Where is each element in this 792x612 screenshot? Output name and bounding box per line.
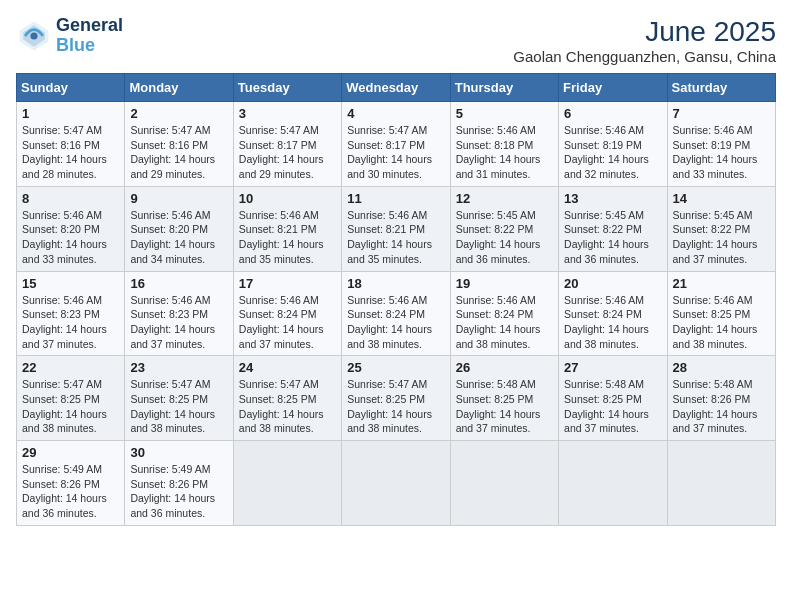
day-info: Sunrise: 5:49 AM Sunset: 8:26 PM Dayligh… xyxy=(130,462,227,521)
day-info: Sunrise: 5:46 AM Sunset: 8:21 PM Dayligh… xyxy=(347,208,444,267)
calendar-cell: 3Sunrise: 5:47 AM Sunset: 8:17 PM Daylig… xyxy=(233,102,341,187)
day-number: 25 xyxy=(347,360,444,375)
header: GeneralBlue June 2025 Gaolan Chengguanzh… xyxy=(16,16,776,65)
svg-point-2 xyxy=(30,32,37,39)
calendar-cell: 23Sunrise: 5:47 AM Sunset: 8:25 PM Dayli… xyxy=(125,356,233,441)
day-info: Sunrise: 5:46 AM Sunset: 8:21 PM Dayligh… xyxy=(239,208,336,267)
day-info: Sunrise: 5:47 AM Sunset: 8:25 PM Dayligh… xyxy=(130,377,227,436)
day-info: Sunrise: 5:47 AM Sunset: 8:17 PM Dayligh… xyxy=(347,123,444,182)
day-number: 27 xyxy=(564,360,661,375)
day-info: Sunrise: 5:47 AM Sunset: 8:25 PM Dayligh… xyxy=(239,377,336,436)
calendar-cell: 27Sunrise: 5:48 AM Sunset: 8:25 PM Dayli… xyxy=(559,356,667,441)
weekday-header-wednesday: Wednesday xyxy=(342,74,450,102)
weekday-header-monday: Monday xyxy=(125,74,233,102)
day-info: Sunrise: 5:46 AM Sunset: 8:20 PM Dayligh… xyxy=(22,208,119,267)
day-number: 26 xyxy=(456,360,553,375)
day-info: Sunrise: 5:46 AM Sunset: 8:19 PM Dayligh… xyxy=(673,123,770,182)
day-info: Sunrise: 5:45 AM Sunset: 8:22 PM Dayligh… xyxy=(456,208,553,267)
calendar-cell: 30Sunrise: 5:49 AM Sunset: 8:26 PM Dayli… xyxy=(125,441,233,526)
day-number: 21 xyxy=(673,276,770,291)
day-number: 18 xyxy=(347,276,444,291)
day-number: 17 xyxy=(239,276,336,291)
calendar-cell: 9Sunrise: 5:46 AM Sunset: 8:20 PM Daylig… xyxy=(125,186,233,271)
day-info: Sunrise: 5:48 AM Sunset: 8:25 PM Dayligh… xyxy=(456,377,553,436)
day-number: 3 xyxy=(239,106,336,121)
day-number: 14 xyxy=(673,191,770,206)
day-number: 7 xyxy=(673,106,770,121)
logo-icon xyxy=(16,18,52,54)
calendar-cell: 15Sunrise: 5:46 AM Sunset: 8:23 PM Dayli… xyxy=(17,271,125,356)
day-number: 10 xyxy=(239,191,336,206)
calendar-title: June 2025 xyxy=(513,16,776,48)
logo: GeneralBlue xyxy=(16,16,123,56)
calendar-cell: 19Sunrise: 5:46 AM Sunset: 8:24 PM Dayli… xyxy=(450,271,558,356)
calendar-cell: 14Sunrise: 5:45 AM Sunset: 8:22 PM Dayli… xyxy=(667,186,775,271)
day-info: Sunrise: 5:46 AM Sunset: 8:24 PM Dayligh… xyxy=(456,293,553,352)
calendar-cell xyxy=(342,441,450,526)
day-number: 20 xyxy=(564,276,661,291)
calendar-cell: 8Sunrise: 5:46 AM Sunset: 8:20 PM Daylig… xyxy=(17,186,125,271)
day-info: Sunrise: 5:46 AM Sunset: 8:25 PM Dayligh… xyxy=(673,293,770,352)
day-info: Sunrise: 5:45 AM Sunset: 8:22 PM Dayligh… xyxy=(564,208,661,267)
weekday-header-row: SundayMondayTuesdayWednesdayThursdayFrid… xyxy=(17,74,776,102)
weekday-header-friday: Friday xyxy=(559,74,667,102)
weekday-header-saturday: Saturday xyxy=(667,74,775,102)
calendar-cell: 26Sunrise: 5:48 AM Sunset: 8:25 PM Dayli… xyxy=(450,356,558,441)
calendar-cell xyxy=(233,441,341,526)
calendar-cell: 6Sunrise: 5:46 AM Sunset: 8:19 PM Daylig… xyxy=(559,102,667,187)
calendar-table: SundayMondayTuesdayWednesdayThursdayFrid… xyxy=(16,73,776,526)
day-number: 16 xyxy=(130,276,227,291)
calendar-cell: 21Sunrise: 5:46 AM Sunset: 8:25 PM Dayli… xyxy=(667,271,775,356)
calendar-week-row: 29Sunrise: 5:49 AM Sunset: 8:26 PM Dayli… xyxy=(17,441,776,526)
day-number: 24 xyxy=(239,360,336,375)
day-info: Sunrise: 5:47 AM Sunset: 8:16 PM Dayligh… xyxy=(130,123,227,182)
day-info: Sunrise: 5:48 AM Sunset: 8:26 PM Dayligh… xyxy=(673,377,770,436)
day-info: Sunrise: 5:45 AM Sunset: 8:22 PM Dayligh… xyxy=(673,208,770,267)
calendar-cell: 2Sunrise: 5:47 AM Sunset: 8:16 PM Daylig… xyxy=(125,102,233,187)
day-number: 28 xyxy=(673,360,770,375)
calendar-cell: 10Sunrise: 5:46 AM Sunset: 8:21 PM Dayli… xyxy=(233,186,341,271)
calendar-cell xyxy=(450,441,558,526)
day-info: Sunrise: 5:46 AM Sunset: 8:24 PM Dayligh… xyxy=(347,293,444,352)
calendar-cell: 17Sunrise: 5:46 AM Sunset: 8:24 PM Dayli… xyxy=(233,271,341,356)
calendar-cell: 5Sunrise: 5:46 AM Sunset: 8:18 PM Daylig… xyxy=(450,102,558,187)
day-info: Sunrise: 5:47 AM Sunset: 8:25 PM Dayligh… xyxy=(22,377,119,436)
calendar-week-row: 22Sunrise: 5:47 AM Sunset: 8:25 PM Dayli… xyxy=(17,356,776,441)
day-number: 9 xyxy=(130,191,227,206)
weekday-header-thursday: Thursday xyxy=(450,74,558,102)
calendar-cell: 28Sunrise: 5:48 AM Sunset: 8:26 PM Dayli… xyxy=(667,356,775,441)
day-info: Sunrise: 5:47 AM Sunset: 8:16 PM Dayligh… xyxy=(22,123,119,182)
day-number: 29 xyxy=(22,445,119,460)
calendar-week-row: 8Sunrise: 5:46 AM Sunset: 8:20 PM Daylig… xyxy=(17,186,776,271)
day-number: 6 xyxy=(564,106,661,121)
day-number: 1 xyxy=(22,106,119,121)
calendar-cell: 4Sunrise: 5:47 AM Sunset: 8:17 PM Daylig… xyxy=(342,102,450,187)
day-info: Sunrise: 5:46 AM Sunset: 8:23 PM Dayligh… xyxy=(130,293,227,352)
day-number: 13 xyxy=(564,191,661,206)
day-info: Sunrise: 5:47 AM Sunset: 8:25 PM Dayligh… xyxy=(347,377,444,436)
day-number: 4 xyxy=(347,106,444,121)
calendar-cell xyxy=(667,441,775,526)
day-number: 15 xyxy=(22,276,119,291)
calendar-subtitle: Gaolan Chengguanzhen, Gansu, China xyxy=(513,48,776,65)
calendar-week-row: 15Sunrise: 5:46 AM Sunset: 8:23 PM Dayli… xyxy=(17,271,776,356)
calendar-cell xyxy=(559,441,667,526)
weekday-header-sunday: Sunday xyxy=(17,74,125,102)
day-number: 22 xyxy=(22,360,119,375)
day-info: Sunrise: 5:47 AM Sunset: 8:17 PM Dayligh… xyxy=(239,123,336,182)
title-area: June 2025 Gaolan Chengguanzhen, Gansu, C… xyxy=(513,16,776,65)
day-number: 11 xyxy=(347,191,444,206)
day-info: Sunrise: 5:46 AM Sunset: 8:18 PM Dayligh… xyxy=(456,123,553,182)
calendar-cell: 1Sunrise: 5:47 AM Sunset: 8:16 PM Daylig… xyxy=(17,102,125,187)
calendar-week-row: 1Sunrise: 5:47 AM Sunset: 8:16 PM Daylig… xyxy=(17,102,776,187)
logo-text: GeneralBlue xyxy=(56,16,123,56)
calendar-cell: 29Sunrise: 5:49 AM Sunset: 8:26 PM Dayli… xyxy=(17,441,125,526)
day-number: 19 xyxy=(456,276,553,291)
day-info: Sunrise: 5:46 AM Sunset: 8:19 PM Dayligh… xyxy=(564,123,661,182)
day-number: 23 xyxy=(130,360,227,375)
day-info: Sunrise: 5:46 AM Sunset: 8:20 PM Dayligh… xyxy=(130,208,227,267)
calendar-cell: 7Sunrise: 5:46 AM Sunset: 8:19 PM Daylig… xyxy=(667,102,775,187)
day-number: 5 xyxy=(456,106,553,121)
weekday-header-tuesday: Tuesday xyxy=(233,74,341,102)
calendar-cell: 22Sunrise: 5:47 AM Sunset: 8:25 PM Dayli… xyxy=(17,356,125,441)
